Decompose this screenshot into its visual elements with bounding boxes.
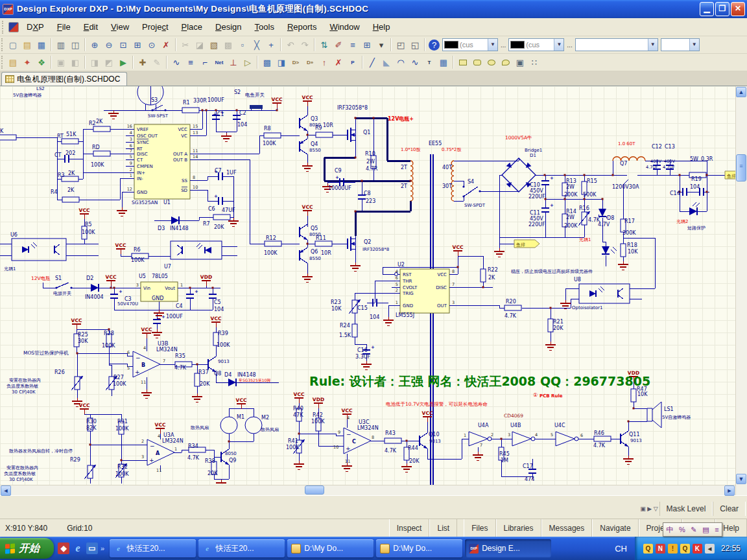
fill-color-combo[interactable]: (cus▼ — [508, 38, 564, 51]
menu-project[interactable]: Project — [136, 20, 174, 34]
security-shield-tray-icon[interactable]: ! — [668, 544, 678, 554]
menu-design[interactable]: Design — [209, 20, 248, 34]
panel-button-libraries[interactable]: Libraries — [496, 519, 541, 537]
rectangle-icon[interactable] — [456, 56, 470, 69]
document-tab[interactable]: 电鱼机原理图(自制).SCHDOC — [1, 72, 127, 86]
open-project-icon[interactable]: ✦ — [21, 56, 34, 69]
text-string-icon[interactable]: T — [423, 56, 436, 69]
ime-language-bar[interactable]: 中%✎▤≡ — [663, 522, 722, 537]
part-place-icon[interactable]: ▷ — [241, 56, 255, 69]
menu-view[interactable]: View — [104, 20, 136, 34]
taskbar-button[interactable]: e快活王20... — [110, 539, 196, 557]
array-paste-icon[interactable]: ∷ — [528, 56, 541, 69]
doc-dropdown[interactable]: ▼ — [575, 38, 658, 51]
toolbar-grip[interactable] — [1, 56, 5, 69]
power-port-icon[interactable]: ⊥ — [227, 56, 241, 69]
ime-icon[interactable]: % — [679, 526, 685, 533]
taskbar-button[interactable]: D:\My Do... — [376, 539, 462, 557]
zoom-document-icon[interactable]: ⊞ — [131, 38, 145, 52]
ime-icon[interactable]: ✎ — [691, 526, 696, 534]
scroll-right-button[interactable]: ► — [724, 485, 735, 496]
clear-filter-icon[interactable]: ✗ — [160, 38, 173, 52]
quick-launch-chevron[interactable]: » — [101, 544, 104, 552]
move-icon[interactable]: + — [265, 38, 278, 52]
paste-icon[interactable]: ▧ — [208, 38, 221, 52]
horizontal-scrollbar[interactable] — [0, 485, 735, 495]
menu-file[interactable]: File — [51, 20, 77, 34]
arc-icon[interactable]: ◠ — [394, 56, 408, 69]
panel-button-inspect[interactable]: Inspect — [389, 519, 430, 537]
probe-icon[interactable]: ↑ — [318, 56, 331, 69]
menu-tools[interactable]: Tools — [248, 20, 281, 34]
menu-place[interactable]: Place — [175, 20, 209, 34]
toolbar-grip[interactable] — [2, 21, 5, 34]
grid-dropdown-icon[interactable]: ▾ — [375, 38, 388, 52]
clear-button[interactable]: Clear — [713, 502, 746, 516]
show-desktop-icon[interactable]: ▭ — [86, 542, 98, 554]
ime-icon[interactable]: ≡ — [715, 526, 718, 533]
ie-quicklaunch-icon[interactable]: e — [72, 542, 84, 554]
menu-reports[interactable]: Reports — [281, 20, 324, 34]
sort-icon[interactable]: ⇅ — [318, 38, 331, 52]
text-frame-icon[interactable]: ▦ — [437, 56, 451, 69]
close-button[interactable]: ✕ — [731, 2, 745, 16]
kaspersky-tray-icon[interactable]: K — [693, 544, 702, 554]
zoom-selection-icon[interactable]: ⊙ — [145, 38, 159, 52]
mask-level-button[interactable]: Mask Level — [659, 502, 713, 516]
menu-window[interactable]: Window — [323, 20, 366, 34]
run-icon[interactable]: ▶ — [117, 56, 130, 69]
zoom-in-icon[interactable]: ⊕ — [88, 38, 102, 52]
dropdown-arrow-icon[interactable]: ▼ — [689, 39, 699, 51]
open-icon[interactable]: ▤ — [21, 38, 34, 52]
more-button[interactable]: ... — [499, 41, 507, 49]
wire-icon[interactable]: ∿ — [170, 56, 184, 69]
dropdown-arrow-icon[interactable]: ▼ — [648, 39, 658, 51]
deselect-icon[interactable]: ╳ — [250, 38, 264, 52]
sheet-symbol-icon[interactable]: ▩ — [261, 56, 274, 69]
round-rectangle-icon[interactable] — [471, 56, 484, 69]
taskbar-button[interactable]: D:\My Do... — [287, 539, 374, 557]
dropdown-arrow-icon[interactable]: ▼ — [488, 39, 497, 51]
panel-button-messages[interactable]: Messages — [541, 519, 593, 537]
start-button[interactable]: 开始 — [0, 538, 54, 559]
dropdown-arrow-icon[interactable]: ▼ — [554, 39, 563, 51]
graphic-image-icon[interactable]: ▣ — [514, 56, 527, 69]
print-icon[interactable]: ▥ — [54, 38, 68, 52]
menu-dxp[interactable]: DXP — [20, 20, 51, 34]
offsheet-icon[interactable]: D» — [303, 56, 317, 69]
scroll-left-button[interactable]: ◄ — [1, 485, 11, 496]
scroll-down-button[interactable]: ▼ — [736, 474, 746, 484]
panel-button-list[interactable]: List — [429, 519, 457, 537]
schematic-canvas[interactable]: ++++++++++VCCVCCVCCVCCVCCVCCVDDVCCVCCVCC… — [0, 86, 735, 485]
polygon-icon[interactable]: ◣ — [380, 56, 394, 69]
menu-edit[interactable]: Edit — [77, 20, 104, 34]
open-document-icon[interactable]: ▤ — [6, 56, 20, 69]
browse-database-icon[interactable]: ◱ — [409, 38, 422, 52]
taskbar-button[interactable]: DXPDesign E... — [465, 539, 551, 557]
more-button[interactable]: ... — [565, 41, 573, 49]
vertical-scrollbar[interactable] — [735, 86, 747, 495]
new-icon[interactable]: ▢ — [6, 38, 20, 52]
menu-help[interactable]: Help — [366, 20, 397, 34]
toolbar-grip[interactable] — [1, 38, 5, 51]
panel-button-files[interactable]: Files — [464, 519, 495, 537]
pie-icon[interactable] — [499, 56, 513, 69]
minimize-button[interactable]: ▁ — [700, 2, 714, 16]
variant-dropdown[interactable]: ▼ — [661, 38, 700, 51]
print-preview-icon[interactable]: ◫ — [69, 38, 82, 52]
zoom-area-icon[interactable]: ⊡ — [117, 38, 130, 52]
browse-library-icon[interactable]: ◰ — [394, 38, 408, 52]
grid-icon[interactable]: ⊞ — [361, 38, 374, 52]
horizontal-scrollbar-thumb[interactable] — [305, 485, 324, 495]
bezier-icon[interactable]: ∿ — [409, 56, 422, 69]
line-color-combo[interactable]: (cus▼ — [442, 38, 498, 51]
save-icon[interactable]: ▦ — [35, 38, 49, 52]
no-erc-icon[interactable]: ✗ — [332, 56, 346, 69]
language-indicator[interactable]: CH — [608, 544, 634, 554]
increment-icon[interactable]: ≡ — [346, 38, 360, 52]
netmanager-quicklaunch-icon[interactable]: ◆ — [58, 542, 69, 554]
port-place-icon[interactable]: D> — [289, 56, 303, 69]
add-part-icon[interactable]: ✚ — [136, 56, 150, 69]
panel-button-navigate[interactable]: Navigate — [592, 519, 638, 537]
qq-tray-icon[interactable]: Q — [643, 544, 653, 554]
